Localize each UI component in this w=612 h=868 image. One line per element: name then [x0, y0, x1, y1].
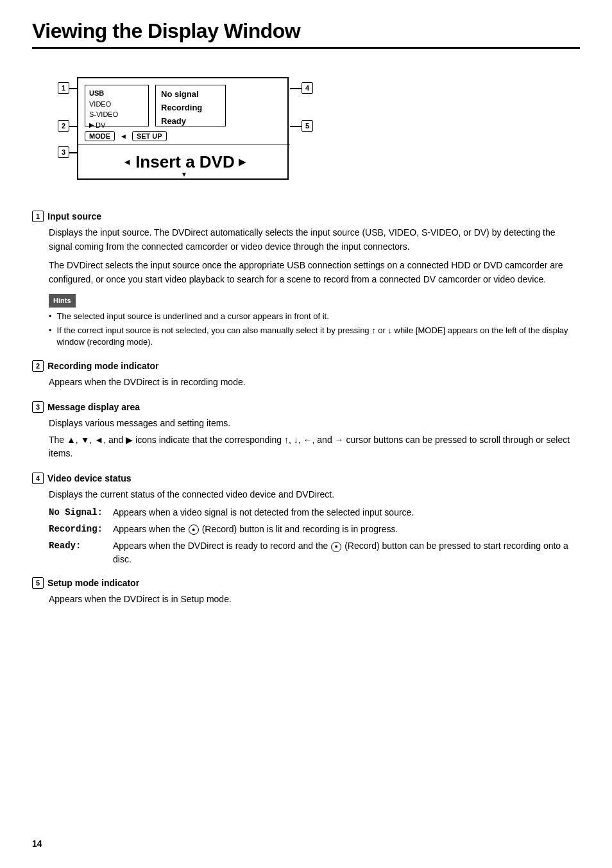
status-key-recording: Recording:	[49, 523, 113, 535]
section-3-title: 3 Message display area	[32, 401, 580, 413]
section-1-title: 1 Input source	[32, 211, 580, 222]
num-label-2: 2	[58, 120, 69, 132]
section-5-heading: Setup mode indicator	[47, 578, 139, 588]
section-5-title: 5 Setup mode indicator	[32, 577, 580, 589]
section-2: 2 Recording mode indicator Appears when …	[32, 360, 580, 390]
status-row-nosignal: No Signal: Appears when a video signal i…	[49, 506, 580, 519]
display-diagram: USB VIDEO S-VIDEO ▶ DV No signal Recordi…	[38, 64, 346, 193]
section-1-para-1: Displays the input source. The DVDirect …	[49, 226, 580, 254]
section-1-para-2: The DVDirect selects the input source on…	[49, 259, 580, 286]
section-4: 4 Video device status Displays the curre…	[32, 473, 580, 566]
section-2-para: Appears when the DVDirect is in recordin…	[49, 376, 580, 390]
hint-1-text: The selected input source is underlined …	[57, 311, 329, 323]
hints-section: Hints The selected input source is under…	[49, 293, 580, 349]
section-2-title: 2 Recording mode indicator	[32, 360, 580, 372]
hints-label: Hints	[49, 294, 76, 308]
status-box: No signal Recording Ready	[155, 85, 226, 126]
num-label-4: 4	[302, 82, 313, 94]
line-1	[69, 88, 78, 89]
usb-label: USB	[89, 88, 144, 99]
msg-arrow-left: ◄	[123, 157, 132, 167]
status-val-ready: Appears when the DVDirect is ready to re…	[113, 539, 580, 566]
section-4-title: 4 Video device status	[32, 473, 580, 484]
section-5-body: Appears when the DVDirect is in Setup mo…	[32, 593, 580, 607]
no-signal-text: No signal	[161, 88, 220, 101]
mode-row: MODE ◄ SET UP	[85, 131, 167, 141]
line-5	[290, 126, 302, 127]
section-1: 1 Input source Displays the input source…	[32, 211, 580, 349]
status-row-recording: Recording: Appears when the ● (Record) b…	[49, 523, 580, 535]
line-3	[69, 152, 78, 153]
line-2	[69, 126, 78, 127]
status-table: No Signal: Appears when a video signal i…	[49, 506, 580, 566]
status-val-recording: Appears when the ● (Record) button is li…	[113, 523, 580, 535]
section-3-body: Displays various messages and setting it…	[32, 417, 580, 461]
hint-2-text: If the correct input source is not selec…	[57, 325, 580, 349]
svideo-label: S-VIDEO	[89, 109, 144, 120]
msg-arrow-right: ▶	[239, 157, 246, 167]
message-area-inner: ◄ Insert a DVD ▶	[123, 152, 245, 172]
num-label-3: 3	[58, 146, 69, 158]
section-4-intro: Displays the current status of the conne…	[49, 488, 580, 502]
page-number: 14	[32, 838, 42, 849]
status-key-nosignal: No Signal:	[49, 506, 113, 519]
section-5-para: Appears when the DVDirect is in Setup mo…	[49, 593, 580, 607]
msg-arrow-down: ▼	[181, 171, 187, 178]
recording-text: Recording	[161, 101, 220, 115]
line-4	[290, 88, 302, 89]
section-3: 3 Message display area Displays various …	[32, 401, 580, 461]
section-4-num: 4	[32, 473, 44, 484]
message-text: Insert a DVD	[135, 152, 235, 172]
section-3-para-2: The ▲, ▼, ◄, and ▶ icons indicate that t…	[49, 433, 580, 461]
status-key-ready: Ready:	[49, 539, 113, 552]
hint-2: If the correct input source is not selec…	[49, 325, 580, 349]
page-title: Viewing the Display Window	[32, 19, 580, 49]
section-3-num: 3	[32, 401, 44, 413]
section-4-heading: Video device status	[47, 473, 131, 483]
ready-text: Ready	[161, 115, 220, 128]
status-row-ready: Ready: Appears when the DVDirect is read…	[49, 539, 580, 566]
section-2-body: Appears when the DVDirect is in recordin…	[32, 376, 580, 390]
section-1-num: 1	[32, 211, 44, 222]
num-label-5: 5	[302, 120, 313, 132]
section-4-body: Displays the current status of the conne…	[32, 488, 580, 566]
num-label-1: 1	[58, 82, 69, 94]
hints-list: The selected input source is underlined …	[49, 311, 580, 349]
hint-1: The selected input source is underlined …	[49, 311, 580, 323]
dv-arrow: ▶	[89, 120, 94, 130]
input-source-box: USB VIDEO S-VIDEO ▶ DV	[85, 85, 149, 126]
dv-label: ▶ DV	[89, 120, 144, 131]
section-3-para-1: Displays various messages and setting it…	[49, 417, 580, 431]
section-2-heading: Recording mode indicator	[47, 361, 158, 371]
setup-arrow: ◄	[120, 132, 127, 140]
message-area: ◄ Insert a DVD ▶ ▼	[78, 144, 290, 179]
mode-button: MODE	[85, 131, 115, 141]
record-icon-1: ●	[189, 525, 199, 535]
video-label: VIDEO	[89, 99, 144, 110]
record-icon-2: ●	[331, 542, 341, 552]
display-outer-box: USB VIDEO S-VIDEO ▶ DV No signal Recordi…	[77, 77, 289, 180]
section-5: 5 Setup mode indicator Appears when the …	[32, 577, 580, 607]
section-2-num: 2	[32, 360, 44, 372]
section-3-heading: Message display area	[47, 402, 140, 412]
diagram-container: USB VIDEO S-VIDEO ▶ DV No signal Recordi…	[32, 64, 580, 193]
setup-button: SET UP	[132, 131, 167, 141]
section-1-body: Displays the input source. The DVDirect …	[32, 226, 580, 349]
section-5-num: 5	[32, 577, 44, 589]
status-val-nosignal: Appears when a video signal is not detec…	[113, 506, 580, 519]
section-1-heading: Input source	[47, 211, 101, 221]
